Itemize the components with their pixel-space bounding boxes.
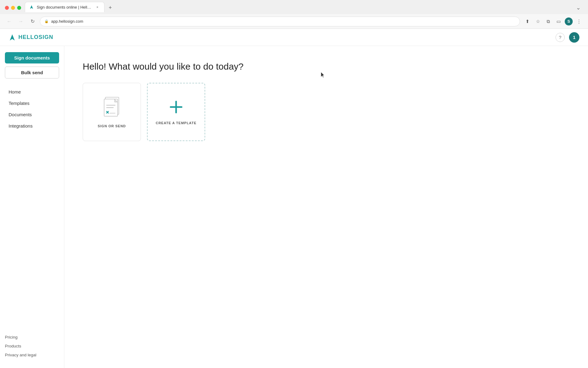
toolbar-actions: ⬆ ☆ ⧉ ▭ S ⋮ [523, 17, 583, 26]
help-icon: ? [559, 35, 561, 40]
app-container: HELLOSIGN ? 1 Sign documents Bulk send H… [0, 29, 588, 368]
svg-marker-0 [30, 5, 33, 9]
create-template-label: CREATE A TEMPLATE [156, 121, 196, 125]
browser-tab-active[interactable]: Sign documents online | Hello... × [25, 2, 104, 12]
avatar-label: 1 [573, 35, 575, 40]
sidebar-item-home[interactable]: Home [5, 86, 59, 97]
browser-menu-dots[interactable]: ⋮ [575, 17, 583, 26]
share-button[interactable]: ⬆ [523, 17, 532, 26]
browser-menu-button[interactable]: ⌄ [574, 4, 583, 11]
svg-marker-1 [10, 34, 15, 40]
back-button[interactable]: ← [5, 17, 13, 26]
help-button[interactable]: ? [556, 33, 565, 42]
new-tab-button[interactable]: + [106, 3, 115, 12]
footer-link-products[interactable]: Products [5, 342, 59, 350]
sidebar-item-integrations[interactable]: Integrations [5, 121, 59, 131]
app-body: Sign documents Bulk send Home Templates … [0, 46, 588, 368]
sign-documents-button[interactable]: Sign documents [5, 52, 59, 63]
bulk-send-button[interactable]: Bulk send [5, 67, 59, 79]
page-title: Hello! What would you like to do today? [83, 61, 570, 72]
address-bar[interactable]: 🔒 app.hellosign.com [40, 17, 520, 26]
hellosign-logo-icon [9, 34, 16, 41]
traffic-light-yellow[interactable] [11, 6, 15, 10]
tab-title: Sign documents online | Hello... [37, 5, 92, 10]
browser-profile-avatar[interactable]: S [565, 17, 573, 25]
forward-button[interactable]: → [17, 17, 25, 26]
cards-grid: SIGN OR SEND CREATE A TEMPLATE [83, 83, 570, 141]
tabs-bar: Sign documents online | Hello... × + [25, 3, 524, 12]
bookmark-button[interactable]: ☆ [533, 17, 542, 26]
lock-icon: 🔒 [44, 19, 49, 23]
address-text: app.hellosign.com [51, 19, 515, 24]
app-header: HELLOSIGN ? 1 [0, 29, 588, 46]
sidebar-toggle-button[interactable]: ▭ [554, 17, 563, 26]
sidebar: Sign documents Bulk send Home Templates … [0, 46, 64, 368]
browser-toolbar: ← → ↻ 🔒 app.hellosign.com ⬆ ☆ ⧉ ▭ S ⋮ [0, 14, 588, 29]
sidebar-nav: Home Templates Documents Integrations [5, 86, 59, 131]
extensions-button[interactable]: ⧉ [544, 17, 552, 26]
sign-or-send-label: SIGN OR SEND [98, 124, 126, 128]
traffic-light-green[interactable] [17, 6, 21, 10]
sign-or-send-card[interactable]: SIGN OR SEND [83, 83, 141, 141]
sidebar-item-documents[interactable]: Documents [5, 109, 59, 120]
reload-button[interactable]: ↻ [28, 17, 37, 26]
footer-link-pricing[interactable]: Pricing [5, 333, 59, 341]
user-avatar[interactable]: 1 [569, 32, 579, 43]
brand-name: HELLOSIGN [18, 34, 53, 40]
browser-chrome: Sign documents online | Hello... × + ⌄ ←… [0, 0, 588, 29]
sidebar-footer: Pricing Products Privacy and legal [5, 333, 59, 362]
tab-favicon [29, 5, 34, 10]
traffic-lights [5, 6, 21, 10]
main-content: Hello! What would you like to do today? [64, 46, 588, 368]
browser-titlebar: Sign documents online | Hello... × + ⌄ [0, 0, 588, 14]
traffic-light-red[interactable] [5, 6, 9, 10]
create-template-icon [168, 99, 184, 116]
tab-close-button[interactable]: × [95, 5, 100, 10]
footer-link-privacy[interactable]: Privacy and legal [5, 351, 59, 359]
sign-or-send-icon [102, 96, 121, 119]
sidebar-item-templates[interactable]: Templates [5, 98, 59, 109]
header-right: ? 1 [556, 32, 579, 43]
create-template-card[interactable]: CREATE A TEMPLATE [147, 83, 205, 141]
brand-logo: HELLOSIGN [9, 34, 53, 41]
